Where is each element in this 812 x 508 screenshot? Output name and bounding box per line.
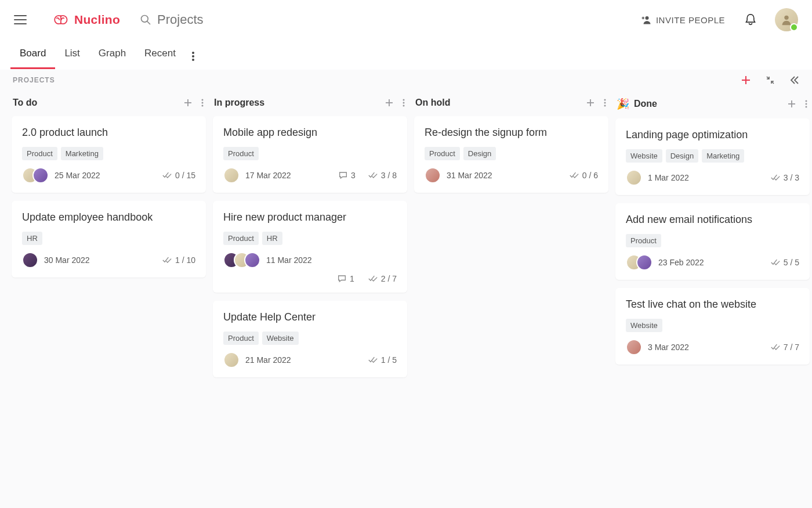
column-title: To do	[13, 98, 37, 108]
card-title: Update Help Center	[223, 311, 397, 323]
card-title: Re-design the signup form	[425, 127, 598, 139]
column-title: On hold	[415, 98, 450, 108]
card-date: 23 Feb 2022	[658, 258, 704, 267]
card[interactable]: 2.0 product launchProductMarketing25 Mar…	[12, 116, 206, 193]
card-date: 30 Mar 2022	[44, 255, 90, 265]
collapse-icon[interactable]	[766, 75, 775, 85]
tag: Product	[223, 332, 259, 345]
assignee-avatar	[32, 167, 49, 183]
invite-people-button[interactable]: INVITE PEOPLE	[641, 15, 725, 25]
logo[interactable]: Nuclino	[51, 13, 120, 27]
card-date: 25 Mar 2022	[55, 171, 100, 180]
tag: Product	[626, 234, 661, 247]
tag: Product	[22, 147, 57, 160]
assignee-avatar	[244, 252, 260, 268]
add-column-button[interactable]	[741, 75, 751, 85]
menu-icon[interactable]	[14, 15, 27, 24]
tag: Product	[223, 232, 259, 245]
column-more-icon[interactable]	[604, 99, 606, 107]
svg-point-18	[403, 99, 405, 101]
search-input[interactable]	[157, 12, 296, 27]
tag: Design	[463, 147, 496, 160]
card-date: 3 Mar 2022	[648, 343, 689, 352]
assignee-avatar	[22, 252, 38, 268]
card-title: Add new email notifications	[626, 214, 799, 226]
checklist-progress: 2 / 7	[368, 274, 397, 283]
tag: Marketing	[702, 149, 744, 163]
card[interactable]: Add new email notificationsProduct23 Feb…	[615, 203, 810, 280]
svg-point-14	[202, 102, 204, 104]
column-more-icon[interactable]	[403, 99, 405, 107]
svg-point-2	[645, 16, 648, 20]
tag: Design	[666, 149, 698, 163]
card[interactable]: Landing page optimizationWebsiteDesignMa…	[615, 118, 810, 195]
card-title: Mobile app redesign	[223, 127, 397, 139]
add-card-button[interactable]	[788, 100, 796, 108]
checklist-progress: 3 / 3	[771, 173, 799, 182]
card-date: 21 Mar 2022	[245, 355, 291, 365]
tag: Website	[626, 149, 662, 163]
svg-point-25	[604, 105, 606, 107]
card-title: Test live chat on the website	[626, 298, 799, 311]
add-card-button[interactable]	[586, 99, 594, 107]
assignee-avatar	[223, 352, 240, 368]
user-avatar[interactable]	[775, 8, 798, 31]
svg-point-7	[192, 55, 194, 57]
checklist-progress: 3 / 8	[368, 171, 397, 180]
tag: Website	[262, 332, 299, 345]
card[interactable]: Update Help CenterProductWebsite21 Mar 2…	[213, 301, 407, 377]
card-title: 2.0 product launch	[22, 127, 195, 139]
svg-point-23	[604, 99, 606, 101]
card[interactable]: Re-design the signup formProductDesign31…	[414, 116, 608, 193]
bell-icon[interactable]	[745, 13, 756, 26]
invite-people-label: INVITE PEOPLE	[656, 15, 725, 25]
column-on-hold: On holdRe-design the signup formProductD…	[414, 94, 608, 385]
tab-list[interactable]: List	[55, 39, 89, 69]
card[interactable]: Mobile app redesignProduct17 Mar 202233 …	[213, 116, 407, 193]
card-title: Update employee handbook	[22, 211, 195, 224]
svg-point-30	[806, 106, 807, 108]
tag: Marketing	[61, 147, 103, 160]
column-done: 🎉DoneLanding page optimizationWebsiteDes…	[615, 94, 810, 385]
add-card-button[interactable]	[385, 99, 393, 107]
tab-board[interactable]: Board	[10, 39, 55, 69]
search-icon[interactable]	[140, 14, 151, 26]
checklist-progress: 0 / 6	[570, 171, 598, 180]
assignee-avatar	[636, 254, 652, 271]
add-card-button[interactable]	[184, 99, 192, 107]
card[interactable]: Hire new product managerProductHR11 Mar …	[213, 201, 407, 293]
svg-point-20	[403, 105, 405, 107]
checklist-progress: 1 / 5	[368, 355, 397, 365]
tab-recent[interactable]: Recent	[135, 39, 185, 69]
card[interactable]: Test live chat on the websiteWebsite3 Ma…	[615, 288, 810, 365]
board-title: PROJECTS	[13, 76, 55, 84]
card-date: 17 Mar 2022	[245, 171, 291, 180]
column-more-icon[interactable]	[201, 99, 204, 107]
hide-panel-icon[interactable]	[790, 76, 799, 84]
brain-icon	[51, 13, 70, 27]
svg-point-24	[604, 102, 606, 104]
logo-text: Nuclino	[74, 13, 120, 27]
checklist-progress: 0 / 15	[162, 171, 195, 180]
tag: HR	[262, 232, 282, 245]
svg-point-8	[192, 59, 194, 61]
column-in-progress: In progressMobile app redesignProduct17 …	[213, 94, 407, 385]
assignee-avatar	[626, 170, 642, 186]
tabs-more-icon[interactable]	[185, 44, 201, 69]
checklist-progress: 1 / 10	[162, 255, 195, 265]
tag: Product	[223, 147, 259, 160]
card-title: Hire new product manager	[223, 211, 397, 224]
tag: Product	[425, 147, 460, 160]
checklist-progress: 7 / 7	[771, 343, 799, 352]
svg-point-5	[784, 16, 788, 20]
column-to-do: To do2.0 product launchProductMarketing2…	[12, 94, 206, 385]
column-emoji: 🎉	[617, 98, 629, 110]
assignee-avatar	[626, 339, 642, 355]
svg-point-15	[202, 105, 204, 107]
card[interactable]: Update employee handbookHR30 Mar 20221 /…	[12, 201, 206, 278]
column-more-icon[interactable]	[805, 100, 807, 108]
tab-graph[interactable]: Graph	[89, 39, 135, 69]
svg-point-6	[192, 52, 194, 54]
card-date: 1 Mar 2022	[648, 173, 689, 182]
person-add-icon	[641, 15, 651, 24]
